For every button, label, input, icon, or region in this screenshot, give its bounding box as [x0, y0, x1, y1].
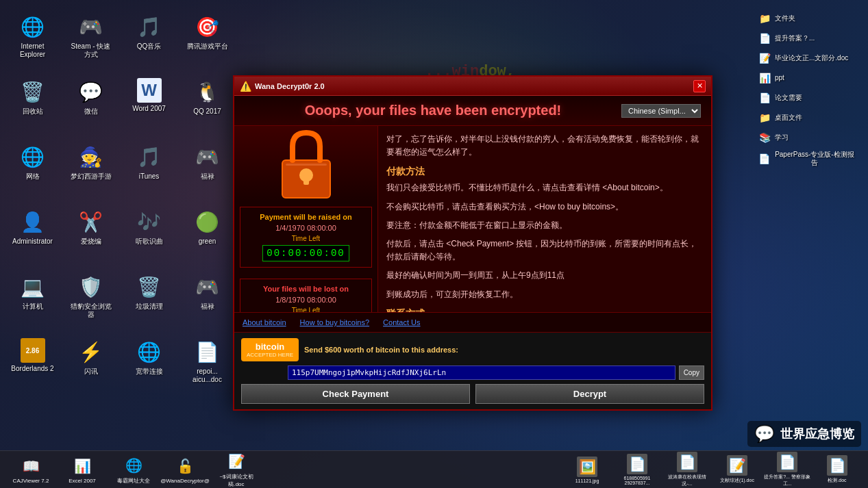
- taskbar-cajviewer[interactable]: 📖 CAJViewer 7.2: [7, 456, 55, 484]
- wannacry-dialog: ⚠️ Wana Decrypt0r 2.0 ✕ Ooops, your file…: [233, 75, 712, 411]
- send-bitcoin-label: Send $600 worth of bitcoin to this addre…: [304, 346, 704, 354]
- icon-label: 提升答案？...: [775, 34, 815, 42]
- taskbar-file-thumbs: 🖼️ 111121.jpg 📄 6188505991 29297837... 📄…: [563, 452, 861, 487]
- icon-tencent-games[interactable]: 🎯 腾讯游戏平台: [182, 10, 233, 72]
- icon-report[interactable]: 📄 repoi... aicu...doc: [182, 335, 233, 397]
- check-payment-button[interactable]: Check Payment: [241, 384, 470, 404]
- icon-label: 网络: [26, 172, 40, 181]
- content-para7: 到账成功后，可立刻开始恢复工作。: [386, 288, 703, 301]
- dialog-body: Payment will be raised on 1/4/1970 08:00…: [234, 126, 711, 312]
- icon-borderlands[interactable]: 2.86 Borderlands 2: [7, 335, 58, 397]
- icon-label: PaperPass-专业版-检测报告: [774, 151, 855, 167]
- taskbar-file3[interactable]: 📄 波涛康在校表现情况-...: [663, 452, 711, 487]
- icon-computer[interactable]: 💻 计算机: [7, 270, 58, 332]
- icon-broadband[interactable]: 🌐 宽带连接: [123, 335, 175, 397]
- dialog-close-button[interactable]: ✕: [693, 80, 706, 92]
- bitcoin-logo: bitcoin ACCEPTED HERE: [241, 338, 299, 361]
- taskbar-file4[interactable]: 📝 文献综述(1).doc: [713, 455, 761, 484]
- taskbar-excel[interactable]: 📊 Excel 2007: [58, 456, 106, 484]
- icon-label: 听歌识曲: [136, 237, 163, 246]
- dialog-action-buttons: Check Payment Decrypt: [241, 384, 704, 404]
- svg-rect-3: [286, 164, 327, 166]
- icon-fulu2[interactable]: 🎮 福禄: [182, 270, 233, 332]
- how-to-buy-link[interactable]: How to buy bitcoins?: [300, 318, 370, 326]
- payment-raise-timer: 00:00:00:00: [262, 245, 349, 261]
- icon-label: 计算机: [23, 303, 43, 311]
- icon-label: 福禄: [201, 303, 214, 311]
- icon-menghuan[interactable]: 🧙 梦幻西游手游: [65, 140, 116, 202]
- icon-label: 腾讯游戏平台: [187, 42, 228, 51]
- payment-box-raise: Payment will be raised on 1/4/1970 08:00…: [240, 207, 372, 268]
- icon-steam[interactable]: 🎮 Steam - 快速方式: [65, 10, 116, 72]
- taskbar-wannadecryptor[interactable]: 🔓 @WanaDecryptor@: [161, 456, 209, 484]
- icon-label: Internet Explorer: [10, 42, 55, 59]
- icon-label: 论文需要: [775, 94, 802, 102]
- right-icon-folder[interactable]: 📁 文件夹: [755, 10, 858, 27]
- right-icon-lunwen[interactable]: 📄 论文需要: [755, 90, 858, 106]
- icon-label: 垃圾清理: [136, 303, 163, 311]
- wechat-watermark: 💬 世界应急博览: [747, 421, 861, 447]
- icon-flash[interactable]: ⚡ 闪讯: [65, 335, 116, 397]
- taskbar-doc[interactable]: 📝 ~$词康论文初稿.doc: [212, 451, 260, 488]
- payment-box-lost: Your files will be lost on 1/8/1970 08:0…: [240, 279, 372, 312]
- dialog-left-panel: Payment will be raised on 1/4/1970 08:00…: [234, 126, 378, 312]
- taskbar-ie[interactable]: 🌐 毒霸网址大全: [110, 455, 158, 485]
- dialog-title: Wana Decrypt0r 2.0: [251, 82, 693, 90]
- right-icon-ppt[interactable]: 📊 ppt: [755, 70, 858, 86]
- icon-wechat[interactable]: 💬 微信: [65, 75, 116, 137]
- icon-fulu[interactable]: 🎮 福禄: [182, 140, 233, 202]
- icon-qq-music[interactable]: 🎵 QQ音乐: [123, 10, 175, 72]
- taskbar-file2[interactable]: 📄 6188505991 29297837...: [613, 454, 661, 485]
- icon-label: 文件夹: [775, 14, 795, 23]
- right-icon-thesis[interactable]: 📝 毕业论文正...文部分.doc: [755, 50, 858, 66]
- bitcoin-send-row: bitcoin ACCEPTED HERE Send $600 worth of…: [241, 338, 704, 361]
- taskbar-file1[interactable]: 🖼️ 111121.jpg: [563, 457, 611, 483]
- svg-rect-2: [303, 175, 309, 185]
- right-icon-paperpass[interactable]: 📄 PaperPass-专业版-检测报告: [755, 149, 858, 168]
- icon-administrator[interactable]: 👤 Administrator: [7, 205, 58, 267]
- bitcoin-accepted-text: ACCEPTED HERE: [247, 352, 293, 358]
- icon-qihoo[interactable]: 🛡️ 猎豹安全浏览器: [65, 270, 116, 332]
- icon-aishaobian[interactable]: ✂️ 爱烧编: [65, 205, 116, 267]
- icon-label: 微信: [84, 107, 98, 116]
- taskbar-file6[interactable]: 📄 检测.doc: [813, 455, 861, 484]
- icon-network[interactable]: 🌐 网络: [7, 140, 58, 202]
- taskbar-excel-label: Excel 2007: [69, 478, 96, 484]
- icon-label: 回收站: [23, 107, 43, 116]
- lock-icon: [272, 126, 340, 201]
- icon-itunes[interactable]: 🎵 iTunes: [123, 140, 175, 202]
- icon-recycle-bin[interactable]: 🗑️ 回收站: [7, 75, 58, 137]
- wechat-text: 世界应急博览: [780, 426, 854, 442]
- right-icon-study[interactable]: 📚 学习: [755, 129, 858, 146]
- about-bitcoin-link[interactable]: About bitcoin: [243, 318, 286, 326]
- btc-copy-button[interactable]: Copy: [679, 365, 704, 380]
- content-para4: 要注意：付款金额不能低于在窗口上显示的金额。: [386, 219, 703, 232]
- icon-tingxin[interactable]: 🎶 听歌识曲: [123, 205, 175, 267]
- payment-raise-timeleft-label: Time Left: [246, 235, 366, 242]
- icon-label: 闪讯: [84, 368, 98, 376]
- content-section-payment: 付款方法: [386, 166, 703, 178]
- content-para1: 对了，忘了告诉你，对半年以上没钱付款的穷人，会有活动免费恢复，能否轮到你，就要看…: [386, 133, 703, 159]
- icon-label: ppt: [775, 74, 784, 82]
- contact-us-link[interactable]: Contact Us: [383, 318, 420, 326]
- icon-green[interactable]: 🟢 green: [182, 205, 233, 267]
- desktop: ...window, then your you deleted If you …: [0, 0, 868, 488]
- icon-trash2[interactable]: 🗑️ 垃圾清理: [123, 270, 175, 332]
- language-selector[interactable]: Chinese (Simpl... English: [621, 104, 701, 118]
- dialog-content-area: 对了，忘了告诉你，对半年以上没钱付款的穷人，会有活动免费恢复，能否轮到你，就要看…: [378, 126, 711, 312]
- right-icon-desktop-file[interactable]: 📁 桌面文件: [755, 110, 858, 126]
- taskbar-file5[interactable]: 📄 提升答案?... 警察形象工...: [763, 452, 811, 487]
- dialog-links-area: About bitcoin How to buy bitcoins? Conta…: [234, 312, 711, 332]
- icon-internet-explorer[interactable]: 🌐 Internet Explorer: [7, 10, 58, 72]
- icon-qq2017[interactable]: 🐧 QQ 2017: [182, 75, 233, 137]
- dialog-bitcoin-area: bitcoin ACCEPTED HERE Send $600 worth of…: [234, 332, 711, 409]
- icon-word2007[interactable]: W Word 2007: [123, 75, 175, 137]
- icon-label: Borderlands 2: [11, 365, 53, 373]
- icon-label: Word 2007: [132, 105, 166, 113]
- decrypt-button[interactable]: Decrypt: [475, 384, 704, 404]
- btc-address-field[interactable]: [288, 365, 675, 380]
- dialog-header-title: Ooops, your files have been encrypted!: [245, 103, 621, 118]
- btc-address-row: Copy: [288, 365, 704, 380]
- right-icon-raise-answer[interactable]: 📄 提升答案？...: [755, 30, 858, 47]
- bitcoin-logo-text: bitcoin: [256, 342, 285, 352]
